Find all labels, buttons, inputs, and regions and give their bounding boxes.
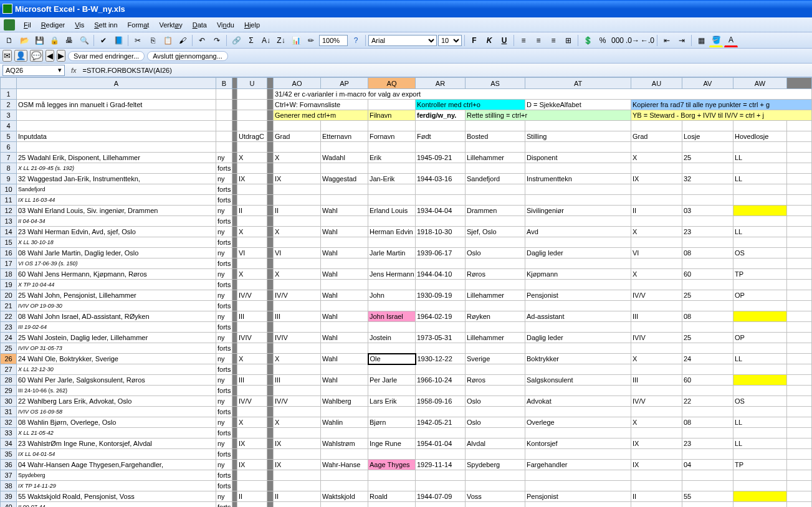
cell-AQ[interactable] <box>368 258 416 269</box>
cell-AT[interactable]: Pensjonist <box>525 290 631 301</box>
italic-button[interactable]: K <box>482 34 496 47</box>
cell[interactable] <box>416 121 466 131</box>
cell-A[interactable]: 03 Wahl Erland Louis, Siv. ingeniør, Dra… <box>17 206 216 216</box>
cell-AQ[interactable]: Roald <box>368 491 416 502</box>
cell-AU[interactable]: III <box>631 311 682 322</box>
cell-AS[interactable] <box>466 301 525 311</box>
cell-AT[interactable] <box>525 216 631 227</box>
cell-B[interactable]: forts <box>216 184 232 195</box>
cell-AT[interactable] <box>525 470 631 481</box>
cell-AR[interactable]: 1954-01-04 <box>416 438 466 449</box>
menu-vindu[interactable]: Vindu <box>212 19 239 31</box>
cell-A[interactable]: 08 Wahlin Bjørn, Overlege, Oslo <box>17 417 216 428</box>
cell-AO[interactable] <box>274 470 321 481</box>
cell-A[interactable]: 23 WahlstrØm Inge Rune, Kontorsjef, Alvd… <box>17 438 216 449</box>
cell-AW[interactable] <box>733 502 787 508</box>
cell[interactable] <box>787 343 812 354</box>
menu-rediger[interactable]: Rediger <box>36 19 70 31</box>
cell-AO[interactable]: IV/V <box>274 290 321 301</box>
cell-AR[interactable]: 1942-05-21 <box>416 417 466 428</box>
cell-AP[interactable]: Wahl <box>321 354 368 364</box>
cell-B1[interactable] <box>216 89 232 100</box>
cell[interactable]: Hovedlosje <box>733 131 787 142</box>
cell-U[interactable] <box>237 364 267 375</box>
row-header-40[interactable]: 40 <box>1 502 17 508</box>
cell-AR[interactable] <box>416 216 466 227</box>
cell-AR[interactable] <box>416 470 466 481</box>
cell-AV[interactable]: 32 <box>682 174 733 184</box>
currency-button[interactable]: 💲 <box>581 34 595 47</box>
cell-AQ[interactable]: Per Jarle <box>368 375 416 386</box>
cell-AS[interactable] <box>466 386 525 396</box>
cell-AS[interactable] <box>466 216 525 227</box>
comma-button[interactable]: 000 <box>611 34 624 47</box>
cell-A[interactable]: 25 Wahl Jostein, Daglig leder, Lillehamm… <box>17 333 216 343</box>
cell-AS[interactable]: Oslo <box>466 248 525 258</box>
envelope-button[interactable]: ✉ <box>2 50 12 62</box>
cell-AU[interactable]: IX <box>631 438 682 449</box>
cell-AS[interactable] <box>466 449 525 460</box>
cell-A[interactable]: IX LL 04-01-54 <box>17 449 216 460</box>
cell-AU[interactable]: X <box>631 354 682 364</box>
cell-AW[interactable] <box>733 301 787 311</box>
cell[interactable] <box>525 142 631 153</box>
cell-AV[interactable]: 60 <box>682 269 733 280</box>
row-header-34[interactable]: 34 <box>1 438 17 449</box>
cell-AQ[interactable]: Jarle Martin <box>368 248 416 258</box>
cell[interactable] <box>787 301 812 311</box>
cell-B[interactable]: ny <box>216 491 232 502</box>
cell-AO[interactable] <box>274 322 321 333</box>
cell-AP[interactable] <box>321 481 368 491</box>
row-header-27[interactable]: 27 <box>1 364 17 375</box>
cell-AP[interactable] <box>321 184 368 195</box>
permissions-button[interactable]: 🔒 <box>47 34 61 47</box>
cell-B[interactable]: forts <box>216 163 232 174</box>
cell-AU[interactable] <box>631 258 682 269</box>
cell-B[interactable]: forts <box>216 301 232 311</box>
cell[interactable] <box>368 121 416 131</box>
cell-AO[interactable] <box>274 428 321 438</box>
cell-AO[interactable]: IX <box>274 438 321 449</box>
row-header-23[interactable]: 23 <box>1 322 17 333</box>
row-header-2[interactable]: 2 <box>1 100 17 110</box>
row-header-26[interactable]: 26 <box>1 354 17 364</box>
inc-indent-button[interactable]: ⇥ <box>675 34 689 47</box>
cell-A[interactable]: 25 Wahl John, Pensjonist, Lillehammer <box>17 290 216 301</box>
cell-AW[interactable]: LL <box>733 438 787 449</box>
cell-U[interactable]: X <box>237 354 267 364</box>
zoom-input[interactable] <box>319 35 348 46</box>
preview-button[interactable]: 🔍 <box>77 34 91 47</box>
col-header-hidden[interactable] <box>232 78 237 89</box>
cell-U[interactable]: II <box>237 491 267 502</box>
cell-AS[interactable]: Lillehammer <box>466 333 525 343</box>
copy-button[interactable]: ⎘ <box>146 34 160 47</box>
cell-AV[interactable] <box>682 428 733 438</box>
row-header-10[interactable]: 10 <box>1 184 17 195</box>
cell-AS[interactable]: Oslo <box>466 417 525 428</box>
cell-AR[interactable] <box>416 364 466 375</box>
cell-AV[interactable] <box>682 184 733 195</box>
col-header-AV[interactable]: AV <box>682 78 733 89</box>
cell-AR[interactable] <box>416 280 466 290</box>
cell-U[interactable] <box>237 407 267 417</box>
cell[interactable] <box>787 174 812 184</box>
cell-AO[interactable]: IVIV <box>274 333 321 343</box>
cell-AU[interactable]: IV/V <box>631 396 682 407</box>
cell-A[interactable]: IX TP 14-11-29 <box>17 481 216 491</box>
row-header-39[interactable]: 39 <box>1 491 17 502</box>
font-select[interactable]: Arial <box>368 35 437 46</box>
row-header-9[interactable]: 9 <box>1 174 17 184</box>
cell-AS[interactable] <box>466 322 525 333</box>
cell-AR[interactable]: 1944-07-09 <box>416 491 466 502</box>
cell-AR[interactable] <box>416 195 466 206</box>
cell-AT[interactable] <box>525 184 631 195</box>
cell-AW[interactable] <box>733 364 787 375</box>
cell-B[interactable]: forts <box>216 407 232 417</box>
menu-hjelp[interactable]: Hjelp <box>239 19 265 31</box>
cell-B[interactable]: forts <box>216 481 232 491</box>
cell-AT[interactable]: Ad-assistant <box>525 311 631 322</box>
cell-AU[interactable] <box>631 386 682 396</box>
cell-AS[interactable] <box>466 280 525 290</box>
cell-U5[interactable]: UtdragC <box>237 131 267 142</box>
cell[interactable] <box>321 121 368 131</box>
